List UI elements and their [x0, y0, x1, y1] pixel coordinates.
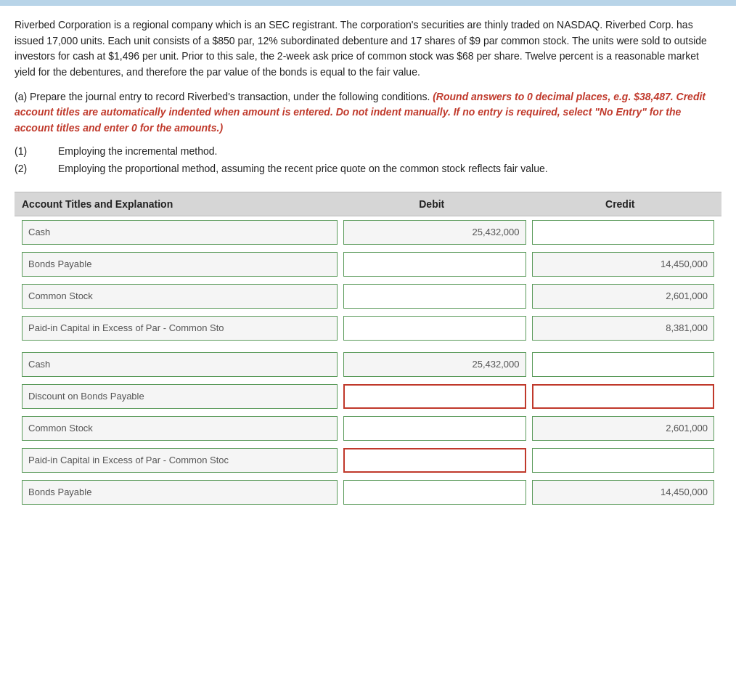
debit-input-2[interactable] [343, 284, 526, 309]
instructions-prefix: (a) Prepare the journal entry to record … [15, 91, 430, 102]
top-bar [0, 0, 736, 6]
credit-input-0[interactable] [532, 220, 715, 245]
header-debit: Debit [338, 198, 526, 210]
account-input-7[interactable] [22, 448, 338, 473]
table-row [15, 312, 721, 344]
credit-input-4[interactable] [532, 352, 715, 377]
debit-input-7[interactable] [343, 448, 526, 473]
table-row [15, 444, 721, 476]
account-input-1[interactable] [22, 252, 338, 277]
account-input-6[interactable] [22, 416, 338, 441]
table-row [15, 412, 721, 444]
methods-list: (1) Employing the incremental method. (2… [15, 145, 721, 174]
debit-input-3[interactable] [343, 316, 526, 341]
credit-input-6[interactable] [532, 416, 715, 441]
method-1-label: Employing the incremental method. [58, 145, 217, 157]
method-item-2: (2) Employing the proportional method, a… [15, 163, 721, 174]
credit-input-2[interactable] [532, 284, 715, 309]
account-input-8[interactable] [22, 480, 338, 505]
account-input-3[interactable] [22, 316, 338, 341]
credit-input-7[interactable] [532, 448, 715, 473]
credit-input-1[interactable] [532, 252, 715, 277]
table-row [15, 476, 721, 508]
credit-input-8[interactable] [532, 480, 715, 505]
intro-paragraph: Riverbed Corporation is a regional compa… [15, 17, 721, 81]
instructions-block: (a) Prepare the journal entry to record … [15, 89, 721, 137]
table-row [15, 248, 721, 280]
debit-input-1[interactable] [343, 252, 526, 277]
credit-input-5[interactable] [532, 384, 715, 409]
header-credit: Credit [526, 198, 715, 210]
method-2-label: Employing the proportional method, assum… [58, 163, 548, 174]
debit-input-6[interactable] [343, 416, 526, 441]
debit-input-5[interactable] [343, 384, 526, 409]
header-account: Account Titles and Explanation [22, 198, 338, 210]
table-body [15, 216, 721, 508]
method-2-num: (2) [15, 163, 58, 174]
table-row [15, 349, 721, 380]
account-input-4[interactable] [22, 352, 338, 377]
debit-input-0[interactable] [343, 220, 526, 245]
account-input-2[interactable] [22, 284, 338, 309]
table-header: Account Titles and Explanation Debit Cre… [15, 192, 721, 216]
account-input-0[interactable] [22, 220, 338, 245]
journal-table: Account Titles and Explanation Debit Cre… [15, 192, 721, 508]
method-item-1: (1) Employing the incremental method. [15, 145, 721, 157]
debit-input-4[interactable] [343, 352, 526, 377]
table-row [15, 280, 721, 312]
account-input-5[interactable] [22, 384, 338, 409]
credit-input-3[interactable] [532, 316, 715, 341]
debit-input-8[interactable] [343, 480, 526, 505]
method-1-num: (1) [15, 145, 58, 157]
table-row [15, 380, 721, 412]
table-row [15, 216, 721, 248]
